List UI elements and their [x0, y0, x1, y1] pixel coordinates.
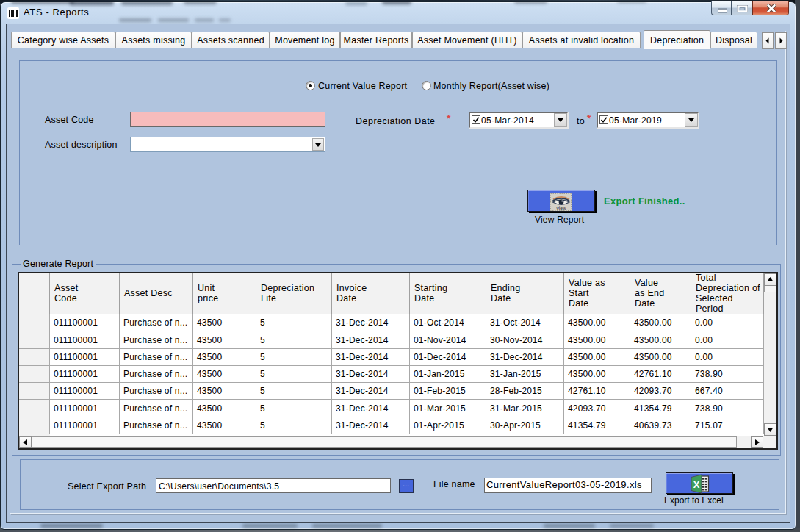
svg-text:X: X [693, 479, 700, 490]
svg-text:view: view [557, 206, 566, 211]
